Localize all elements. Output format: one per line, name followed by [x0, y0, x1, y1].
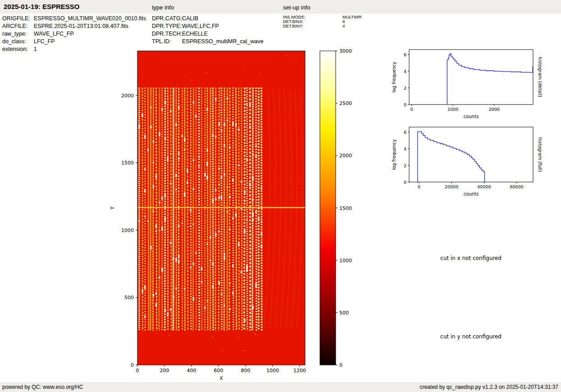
tick-label: 6 — [404, 130, 406, 135]
meta-value: CALIB — [182, 15, 198, 22]
tick-label: 0 — [418, 184, 420, 189]
histogram-detail-plot: 0100020000246countslog frequencyhistogra… — [385, 43, 547, 128]
cut-y-message: cut in y not configured — [408, 333, 534, 340]
meta-label: DPR.CATG: — [152, 15, 182, 23]
colorbar-tick-label: 1000 — [339, 258, 352, 264]
colorbar-tick-label: 0 — [339, 362, 342, 368]
colorbar-tick-label: 500 — [339, 310, 349, 316]
footer-bar: powered by QC: www.eso.org/HC created by… — [0, 382, 561, 392]
tick-label: 1000 — [121, 228, 134, 233]
setup-info-block: INS.MODE:MULTIMRDET.BINX:8DET.BINY:4 — [283, 15, 362, 28]
meta-row: raw_type:WAVE_LFC_FP — [2, 30, 146, 38]
meta-value: WAVE_LFC_FP — [34, 31, 74, 37]
meta-label: DPR.TECH: — [152, 30, 182, 38]
cut-x-message: cut in x not configured — [408, 255, 534, 261]
meta-row: DPR.TYPE:WAVE,LFC,FP — [152, 23, 264, 30]
footer-left: powered by QC: www.eso.org/HC — [2, 384, 83, 390]
meta-label: DET.BINY: — [283, 24, 342, 28]
meta-value: ESPRE.2025-01-20T13:01:08.407.fits — [34, 23, 128, 29]
tick-label: 2000 — [121, 93, 134, 99]
tick-label: 600 — [214, 368, 223, 374]
x-axis-label: counts — [464, 191, 479, 196]
meta-label: extension: — [2, 46, 34, 53]
meta-value: WAVE,LFC,FP — [182, 23, 219, 29]
meta-label: DPR.TYPE: — [152, 23, 182, 30]
y-axis-label: Y — [109, 206, 115, 210]
meta-value: LFC_FP — [34, 38, 55, 45]
y-axis-label: log frequency — [392, 139, 397, 170]
tick-label: 2 — [404, 86, 406, 91]
meta-row: ARCFILE:ESPRE.2025-01-20T13:01:08.407.fi… — [2, 23, 146, 30]
tick-label: 200 — [160, 368, 169, 374]
page-title: 2025-01-19: ESPRESSO — [4, 3, 79, 10]
colorbar-tick-label: 1500 — [339, 205, 352, 211]
meta-label: ORIGFILE: — [2, 15, 34, 23]
meta-value: MULTIMR — [342, 14, 362, 19]
type-info-heading: type info — [152, 4, 174, 11]
meta-value: ECHELLE — [182, 31, 208, 37]
tick-label: 20000 — [445, 184, 458, 189]
meta-value: 1 — [34, 46, 37, 52]
tick-label: 4 — [404, 69, 406, 74]
meta-row: TPL.ID:ESPRESSO_multiMR_cal_wave — [152, 38, 264, 46]
tick-label: 2000 — [489, 107, 500, 112]
tick-label: 60000 — [510, 184, 524, 189]
tick-label: 4 — [404, 146, 406, 151]
colorbar-tick-label: 2000 — [339, 153, 352, 159]
colorbar — [320, 51, 336, 365]
tick-label: 0 — [404, 180, 406, 185]
colorbar-tick-label: 3000 — [339, 48, 352, 54]
tick-label: 0 — [131, 362, 134, 368]
x-axis-label: counts — [464, 114, 479, 119]
hist-right-label: histogram (detail) — [538, 57, 543, 97]
meta-label: ARCFILE: — [2, 23, 34, 30]
meta-value: ESPRESSO_multiMR_cal_wave — [182, 38, 264, 45]
meta-row: DPR.CATG:CALIB — [152, 15, 264, 23]
meta-row: DET.BINY:4 — [283, 24, 362, 28]
tick-label: 6 — [404, 52, 406, 57]
tick-label: 1500 — [121, 160, 134, 166]
tick-label: 0 — [404, 102, 406, 107]
raw-frame-plot: 0200400600800100012000500100015002000XY0… — [104, 45, 365, 387]
histogram-full-plot: 02000040000600000246countslog frequencyh… — [385, 120, 547, 206]
meta-value: 4 — [342, 23, 345, 28]
meta-value: ESPRESSO_MULTIMR_WAVE020_0010.fits — [34, 15, 146, 22]
tick-label: 40000 — [477, 184, 491, 189]
tick-label: 1000 — [266, 368, 279, 374]
tick-label: 0 — [136, 368, 139, 374]
meta-row: DPR.TECH:ECHELLE — [152, 30, 264, 38]
header-bar: 2025-01-19: ESPRESSO type info set-up in… — [0, 0, 561, 14]
meta-label: TPL.ID: — [152, 38, 182, 46]
type-info-block: DPR.CATG:CALIBDPR.TYPE:WAVE,LFC,FPDPR.TE… — [152, 15, 264, 46]
tick-label: 500 — [124, 295, 134, 301]
meta-row: do_class:LFC_FP — [2, 38, 146, 46]
colorbar-tick-label: 2500 — [339, 100, 352, 106]
raw-image-canvas — [137, 51, 305, 365]
footer-right: created by qc_rawdisp.py v1.2.3 on 2025-… — [420, 384, 558, 390]
tick-label: 1000 — [447, 107, 458, 112]
x-axis-label: X — [219, 375, 223, 381]
meta-row: ORIGFILE:ESPRESSO_MULTIMR_WAVE020_0010.f… — [2, 15, 146, 23]
y-axis-label: log frequency — [392, 62, 397, 93]
tick-label: 2 — [404, 163, 406, 168]
meta-label: do_class: — [2, 38, 34, 46]
tick-label: 400 — [187, 368, 196, 374]
tick-label: 1200 — [293, 368, 306, 374]
setup-info-heading: set-up info — [283, 4, 310, 11]
tick-label: 800 — [241, 368, 251, 374]
tick-label: 0 — [410, 107, 413, 112]
meta-label: raw_type: — [2, 30, 34, 38]
hist-right-label: histogram (full) — [538, 137, 543, 172]
